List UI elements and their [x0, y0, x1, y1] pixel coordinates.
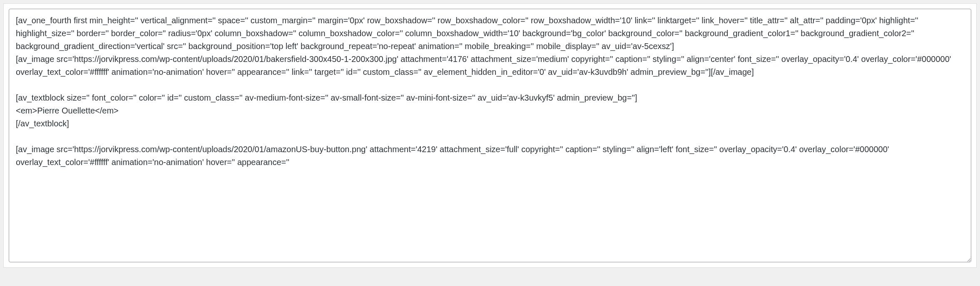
- editor-panel: [3, 3, 977, 268]
- content-editor[interactable]: [9, 9, 971, 262]
- textarea-wrapper: [9, 9, 971, 262]
